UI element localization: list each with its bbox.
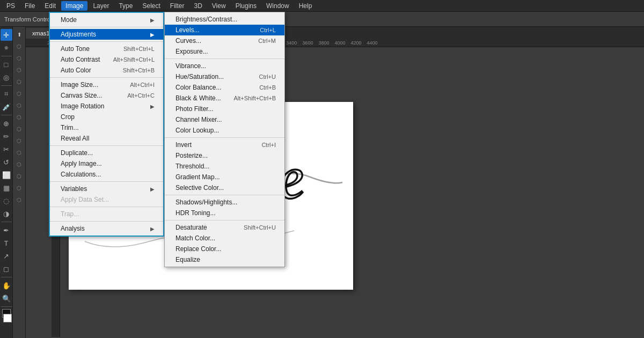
sec-icon-8[interactable]: ⬡	[14, 112, 25, 122]
gradient-map-label: Gradient Map...	[175, 173, 220, 181]
menu-filter[interactable]: Filter	[166, 1, 189, 11]
heal-tool[interactable]: ⊕	[1, 117, 12, 129]
analysis-arrow: ▶	[150, 226, 155, 232]
menu-reveal-all[interactable]: Reveal All	[50, 133, 163, 144]
menu-plugins[interactable]: Plugins	[231, 1, 261, 11]
dodge-tool[interactable]: ◑	[1, 208, 12, 219]
menu-help[interactable]: Help	[295, 1, 317, 11]
menu-select[interactable]: Select	[138, 1, 164, 11]
sec-icon-12[interactable]: ⬡	[14, 159, 25, 170]
sec-icon-11[interactable]: ⬡	[14, 147, 25, 158]
gradient-tool[interactable]: ▦	[1, 182, 12, 194]
menu-trim[interactable]: Trim...	[50, 122, 163, 133]
menu-file[interactable]: File	[20, 1, 39, 11]
channel-mixer-label: Channel Mixer...	[175, 116, 222, 123]
menu-layer[interactable]: Layer	[89, 1, 113, 11]
sec-icon-15[interactable]: ⬡	[14, 194, 25, 205]
menu-calculations[interactable]: Calculations...	[50, 169, 163, 180]
menu-variables[interactable]: Variables ▶	[50, 183, 163, 194]
menu-image-size[interactable]: Image Size... Alt+Ctrl+I	[50, 79, 163, 90]
adj-match-color[interactable]: Match Color...	[165, 233, 284, 244]
menu-window[interactable]: Window	[262, 1, 294, 11]
adj-curves[interactable]: Curves... Ctrl+M	[165, 35, 284, 46]
adj-replace-color[interactable]: Replace Color...	[165, 244, 284, 254]
artboard-tool[interactable]: ⊕	[1, 42, 12, 54]
sec-icon-10[interactable]: ⬡	[14, 135, 25, 146]
move-tool[interactable]: ✛	[1, 29, 12, 41]
adj-exposure[interactable]: Exposure...	[165, 46, 284, 57]
pen-tool[interactable]: ✒	[1, 224, 12, 236]
adj-vibrance[interactable]: Vibrance...	[165, 61, 284, 71]
auto-contrast-shortcut: Alt+Shift+Ctrl+L	[113, 56, 155, 63]
adj-gradient-map[interactable]: Gradient Map...	[165, 172, 284, 182]
sec-icon-7[interactable]: ⬡	[14, 100, 25, 111]
adj-hue-saturation[interactable]: Hue/Saturation... Ctrl+U	[165, 71, 284, 82]
clone-tool[interactable]: ✂	[1, 143, 12, 155]
menu-duplicate[interactable]: Duplicate...	[50, 148, 163, 158]
adj-color-lookup[interactable]: Color Lookup...	[165, 125, 284, 136]
image-rotation-label: Image Rotation	[61, 102, 104, 110]
menu-view[interactable]: View	[208, 1, 230, 11]
menu-edit[interactable]: Edit	[40, 1, 60, 11]
shape-tool[interactable]: ◻	[1, 263, 12, 275]
exposure-label: Exposure...	[175, 48, 208, 55]
adj-selective-color[interactable]: Selective Color...	[165, 182, 284, 193]
adj-desaturate[interactable]: Desaturate Shift+Ctrl+U	[165, 222, 284, 233]
adj-levels[interactable]: Levels... Ctrl+L	[165, 25, 284, 35]
menu-apply-image[interactable]: Apply Image...	[50, 158, 163, 169]
menu-adjustments[interactable]: Adjustments ▶	[50, 29, 163, 40]
image-rotation-arrow: ▶	[150, 104, 155, 109]
menu-auto-color[interactable]: Auto Color Shift+Ctrl+B	[50, 65, 163, 76]
adj-brightness-contrast[interactable]: Brightness/Contrast...	[165, 14, 284, 25]
menu-crop[interactable]: Crop	[50, 112, 163, 122]
text-tool[interactable]: T	[1, 237, 12, 249]
sec-icon-2[interactable]: ⬡	[14, 41, 25, 52]
sec-icon-4[interactable]: ⬡	[14, 64, 25, 75]
blur-tool[interactable]: ◌	[1, 195, 12, 207]
background-color[interactable]	[3, 314, 12, 322]
sec-icon-9[interactable]: ⬡	[14, 123, 25, 134]
zoom-tool[interactable]: 🔍	[1, 292, 12, 304]
adj-channel-mixer[interactable]: Channel Mixer...	[165, 114, 284, 125]
brush-tool[interactable]: ✏	[1, 130, 12, 142]
lasso-tool[interactable]: ◎	[1, 71, 12, 83]
sec-icon-13[interactable]: ⬡	[14, 171, 25, 181]
adj-threshold[interactable]: Threshold...	[165, 161, 284, 172]
menu-type[interactable]: Type	[114, 1, 137, 11]
adj-photo-filter[interactable]: Photo Filter...	[165, 104, 284, 114]
color-balance-label: Color Balance...	[175, 84, 221, 91]
sec-icon-3[interactable]: ⬡	[14, 53, 25, 63]
history-brush-tool[interactable]: ↺	[1, 156, 12, 168]
adj-hdr-toning[interactable]: HDR Toning...	[165, 208, 284, 218]
match-color-label: Match Color...	[175, 234, 215, 242]
adj-equalize[interactable]: Equalize	[165, 254, 284, 265]
sec-icon-6[interactable]: ⬡	[14, 88, 25, 99]
menu-auto-tone[interactable]: Auto Tone Shift+Ctrl+L	[50, 43, 163, 54]
menu-ps[interactable]: PS	[2, 1, 19, 11]
sec-icon-14[interactable]: ⬡	[14, 182, 25, 193]
menu-mode[interactable]: Mode ▶	[50, 14, 163, 25]
menu-auto-contrast[interactable]: Auto Contrast Alt+Shift+Ctrl+L	[50, 54, 163, 65]
adj-color-balance[interactable]: Color Balance... Ctrl+B	[165, 82, 284, 93]
sep-3	[50, 77, 163, 78]
menu-image[interactable]: Image	[61, 1, 87, 11]
menu-image-rotation[interactable]: Image Rotation ▶	[50, 101, 163, 112]
menu-3d[interactable]: 3D	[189, 1, 206, 11]
sec-icon-1[interactable]: ⬆	[14, 29, 25, 40]
menu-analysis[interactable]: Analysis ▶	[50, 223, 163, 234]
adj-shadows-highlights[interactable]: Shadows/Highlights...	[165, 197, 284, 208]
crop-tool[interactable]: ⌗	[1, 88, 12, 100]
menu-canvas-size[interactable]: Canvas Size... Alt+Ctrl+C	[50, 90, 163, 101]
hand-tool[interactable]: ✋	[1, 280, 12, 291]
adj-black-white[interactable]: Black & White... Alt+Shift+Ctrl+B	[165, 93, 284, 104]
sec-icon-5[interactable]: ⬡	[14, 76, 25, 87]
eyedropper-tool[interactable]: 💉	[1, 101, 12, 113]
select-rect-tool[interactable]: □	[1, 58, 12, 70]
variables-arrow: ▶	[150, 186, 155, 192]
left-toolbar: ✛ ⊕ □ ◎ ⌗ 💉 ⊕ ✏ ✂ ↺ ⬜ ▦ ◌ ◑ ✒ T ↗ ◻ ✋ 🔍	[0, 27, 13, 338]
adj-posterize[interactable]: Posterize...	[165, 150, 284, 161]
adj-invert[interactable]: Invert Ctrl+I	[165, 139, 284, 150]
path-select-tool[interactable]: ↗	[1, 250, 12, 262]
color-balance-shortcut: Ctrl+B	[259, 84, 276, 91]
eraser-tool[interactable]: ⬜	[1, 169, 12, 181]
